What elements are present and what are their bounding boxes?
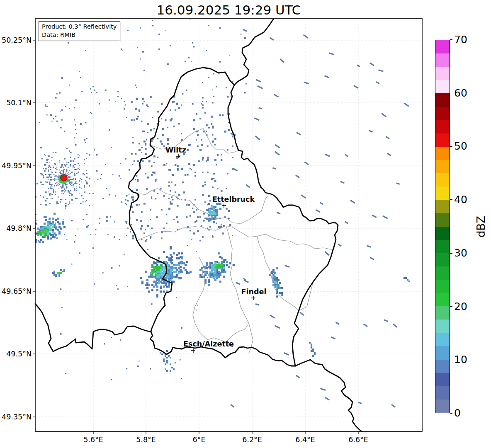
colorbar-band [435, 133, 450, 146]
colorbar-band [435, 399, 450, 413]
plot-title: 16.09.2025 19:29 UTC [35, 2, 422, 18]
colorbar-tick-label: 50 [454, 140, 467, 152]
radar-figure: 16.09.2025 19:29 UTC [0, 0, 491, 448]
product-label: Product: 0.3° Reflectivity [42, 23, 117, 31]
colorbar-band [435, 213, 450, 226]
city-label: Wiltz [165, 146, 186, 154]
x-tick-label: 5.6°E [83, 436, 103, 444]
colorbar-tick-mark [450, 146, 452, 147]
y-tick-label: 49.8°N [0, 224, 32, 232]
colorbar-band [435, 293, 450, 306]
city-esch-alzette: Esch/Alzette [183, 340, 234, 353]
colorbar-tick-mark [450, 306, 452, 307]
country-borders [35, 19, 362, 431]
colorbar-tick-mark [450, 413, 452, 413]
colorbar-band [435, 385, 450, 399]
colorbar-tick-label: 60 [454, 87, 467, 99]
colorbar-tick-mark [450, 39, 452, 40]
y-tick-label: 49.95°N [0, 162, 32, 170]
colorbar-tick-label: 30 [454, 247, 467, 259]
city-plus-marker [222, 203, 226, 208]
y-tick-label: 50.25°N [0, 36, 32, 44]
city-label: Findel [241, 288, 267, 296]
colorbar [435, 40, 450, 413]
colorbar-band [435, 106, 450, 120]
colorbar-tick-label: 0 [454, 407, 461, 419]
lu-fr-border [150, 332, 295, 366]
district-border-path [137, 226, 333, 250]
colorbar-band [435, 186, 450, 200]
colorbar-label: dBZ [474, 209, 488, 244]
be-fr-border [35, 304, 151, 351]
data-source-label: Data: RMIB [42, 31, 117, 39]
city-findel: Findel [241, 288, 267, 300]
district-border-path [257, 236, 313, 311]
be-de-border [234, 19, 274, 85]
y-tick-label: 50.1°N [0, 99, 32, 107]
colorbar-band [435, 266, 450, 279]
y-tick-label: 49.65°N [0, 287, 32, 295]
x-tick-label: 6.4°E [295, 436, 315, 444]
x-tick-label: 6.2°E [242, 436, 262, 444]
colorbar-band [435, 119, 450, 133]
colorbar-band [435, 279, 450, 293]
y-tick-label: 49.5°N [0, 350, 32, 358]
city-plus-marker [251, 296, 255, 300]
colorbar-band [435, 239, 450, 253]
colorbar-tick-mark [450, 360, 452, 360]
colorbar-tick-label: 20 [454, 301, 467, 312]
city-plus-marker [191, 349, 195, 353]
colorbar-tick-label: 70 [454, 34, 467, 46]
map-canvas: WiltzEttelbruckFindelEsch/Alzette [35, 19, 422, 431]
colorbar-band [435, 146, 450, 160]
colorbar-band [435, 93, 450, 107]
lu-de-border [228, 85, 338, 366]
city-markers: WiltzEttelbruckFindelEsch/Alzette [165, 146, 266, 353]
product-info-box: Product: 0.3° Reflectivity Data: RMIB [39, 21, 120, 41]
colorbar-tick-mark [450, 199, 452, 200]
district-borders [137, 128, 333, 354]
y-tick-label: 49.35°N [0, 413, 32, 421]
colorbar-tick-label: 40 [454, 194, 467, 206]
axis-tick-marks [33, 40, 358, 434]
colorbar-band [435, 173, 450, 186]
colorbar-band [435, 160, 450, 173]
colorbar-band [435, 66, 450, 80]
colorbar-band [435, 199, 450, 213]
colorbar-band [435, 319, 450, 333]
radar-echo-pixels [29, 19, 410, 408]
grid-lines [35, 19, 422, 431]
colorbar-band [435, 346, 450, 359]
colorbar-tick-label: 10 [454, 354, 467, 366]
colorbar-band [435, 53, 450, 67]
colorbar-band [435, 372, 450, 386]
city-label: Esch/Alzette [183, 340, 234, 348]
colorbar-band [435, 226, 450, 240]
colorbar-band [435, 332, 450, 346]
map-plot-area: WiltzEttelbruckFindelEsch/Alzette Produc… [35, 19, 422, 431]
city-ettelbruck: Ettelbruck [212, 195, 255, 208]
x-tick-label: 5.8°E [136, 436, 156, 444]
colorbar-band [435, 40, 450, 53]
colorbar-tick-mark [450, 253, 452, 253]
colorbar-band [435, 306, 450, 320]
colorbar-band [435, 252, 450, 266]
x-tick-label: 6.6°E [348, 436, 368, 444]
colorbar-band [435, 359, 450, 373]
colorbar-tick-mark [450, 93, 452, 93]
x-tick-label: 6°E [193, 436, 206, 444]
colorbar-band [435, 80, 450, 93]
city-label: Ettelbruck [212, 195, 255, 203]
fr-de-border [295, 360, 362, 431]
city-wiltz: Wiltz [165, 146, 186, 158]
